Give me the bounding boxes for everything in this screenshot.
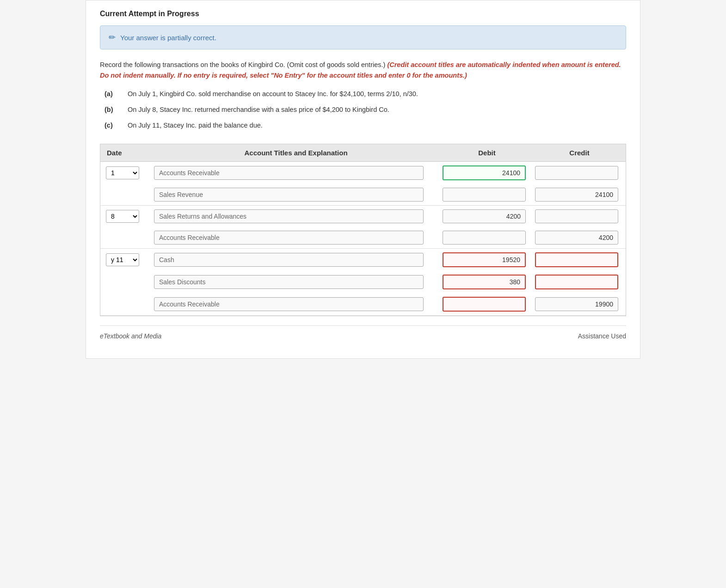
debit-cell-a2[interactable] — [438, 188, 530, 202]
debit-cell-b1[interactable] — [438, 209, 530, 223]
credit-input-c1[interactable] — [535, 252, 618, 267]
account-input-a1[interactable] — [154, 166, 424, 180]
debit-cell-a1[interactable] — [438, 165, 530, 180]
instructions: Record the following transactions on the… — [100, 60, 626, 81]
date-select-c[interactable]: y 11 — [106, 253, 139, 266]
list-item: (a) On July 1, Kingbird Co. sold merchan… — [105, 89, 626, 99]
table-row — [100, 293, 626, 315]
bottom-left-label: eTextbook and Media — [100, 332, 161, 340]
date-cell-c[interactable]: y 11 — [103, 253, 154, 266]
instructions-plain: Record the following transactions on the… — [100, 61, 385, 68]
bottom-bar: eTextbook and Media Assistance Used — [100, 325, 626, 340]
account-cell-a1[interactable] — [154, 166, 438, 180]
entry-group-b: 8 — [100, 206, 626, 249]
table-body: 1 — [100, 162, 626, 316]
page-container: Current Attempt in Progress ✏ Your answe… — [86, 0, 640, 359]
account-input-c2[interactable] — [154, 275, 424, 289]
transaction-label-c: (c) — [105, 121, 128, 131]
credit-input-c2[interactable] — [535, 275, 618, 289]
credit-cell-a2[interactable] — [530, 188, 623, 202]
debit-input-c3[interactable] — [443, 297, 526, 312]
account-input-b2[interactable] — [154, 231, 424, 245]
date-cell-a[interactable]: 1 — [103, 166, 154, 179]
account-cell-c3[interactable] — [154, 297, 438, 311]
table-row: 8 — [100, 206, 626, 227]
credit-cell-c2[interactable] — [530, 275, 623, 289]
date-select-a[interactable]: 1 — [106, 166, 139, 179]
credit-cell-b1[interactable] — [530, 209, 623, 223]
table-header: Date Account Titles and Explanation Debi… — [100, 144, 626, 162]
debit-cell-c1[interactable] — [438, 252, 530, 267]
table-row — [100, 227, 626, 248]
credit-cell-a1[interactable] — [530, 166, 623, 180]
table-row — [100, 184, 626, 205]
credit-cell-c3[interactable] — [530, 297, 623, 311]
transactions-list: (a) On July 1, Kingbird Co. sold merchan… — [100, 89, 626, 130]
account-cell-c1[interactable] — [154, 253, 438, 267]
header-debit: Debit — [441, 149, 533, 157]
debit-input-c1[interactable] — [443, 252, 526, 267]
transaction-text-b: On July 8, Stacey Inc. returned merchand… — [128, 105, 626, 115]
table-row: y 11 — [100, 249, 626, 271]
date-select-b[interactable]: 8 — [106, 210, 139, 223]
transaction-text-c: On July 11, Stacey Inc. paid the balance… — [128, 121, 626, 131]
debit-cell-b2[interactable] — [438, 231, 530, 245]
credit-input-b2[interactable] — [535, 231, 618, 245]
account-cell-b1[interactable] — [154, 209, 438, 223]
header-date: Date — [100, 149, 151, 157]
debit-cell-c3[interactable] — [438, 297, 530, 312]
entry-group-a: 1 — [100, 162, 626, 206]
debit-input-a2[interactable] — [443, 188, 526, 202]
credit-input-a1[interactable] — [535, 166, 618, 180]
table-row: 1 — [100, 162, 626, 184]
transaction-label-b: (b) — [105, 105, 128, 115]
header-credit: Credit — [533, 149, 626, 157]
pencil-icon: ✏ — [109, 32, 116, 43]
credit-input-b1[interactable] — [535, 209, 618, 223]
credit-cell-b2[interactable] — [530, 231, 623, 245]
debit-input-c2[interactable] — [443, 275, 526, 289]
alert-message: Your answer is partially correct. — [120, 34, 216, 42]
account-input-c3[interactable] — [154, 297, 424, 311]
debit-input-b1[interactable] — [443, 209, 526, 223]
account-cell-b2[interactable] — [154, 231, 438, 245]
section-title: Current Attempt in Progress — [100, 10, 626, 18]
list-item: (b) On July 8, Stacey Inc. returned merc… — [105, 105, 626, 115]
alert-box: ✏ Your answer is partially correct. — [100, 25, 626, 49]
transaction-text-a: On July 1, Kingbird Co. sold merchandise… — [128, 89, 626, 99]
account-input-b1[interactable] — [154, 209, 424, 223]
debit-input-a1[interactable] — [443, 165, 526, 180]
debit-cell-c2[interactable] — [438, 275, 530, 289]
list-item: (c) On July 11, Stacey Inc. paid the bal… — [105, 121, 626, 131]
account-cell-a2[interactable] — [154, 188, 438, 202]
bottom-right-label: Assistance Used — [578, 332, 626, 340]
transaction-label-a: (a) — [105, 89, 128, 99]
entry-group-c: y 11 — [100, 249, 626, 316]
table-row — [100, 271, 626, 293]
credit-input-c3[interactable] — [535, 297, 618, 311]
account-input-a2[interactable] — [154, 188, 424, 202]
header-account: Account Titles and Explanation — [151, 149, 441, 157]
credit-cell-c1[interactable] — [530, 252, 623, 267]
account-cell-c2[interactable] — [154, 275, 438, 289]
account-input-c1[interactable] — [154, 253, 424, 267]
credit-input-a2[interactable] — [535, 188, 618, 202]
debit-input-b2[interactable] — [443, 231, 526, 245]
date-cell-b[interactable]: 8 — [103, 210, 154, 223]
